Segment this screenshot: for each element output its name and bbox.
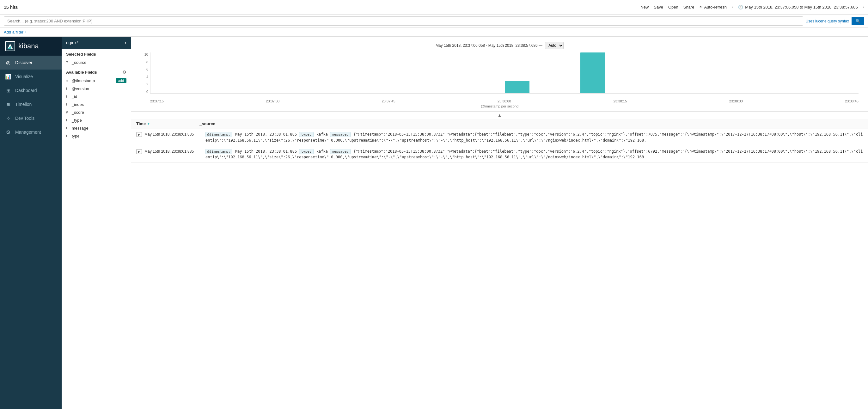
- field-name-msg: message: [72, 126, 126, 130]
- sidebar-item-label: Management: [15, 130, 41, 135]
- field-timestamp[interactable]: ○ @timestamp add: [62, 76, 131, 85]
- hits-count: 15 hits: [4, 5, 23, 10]
- sidebar-item-devtools[interactable]: ✧ Dev Tools: [0, 111, 62, 125]
- lucene-link[interactable]: Uses lucene query syntax: [806, 19, 849, 23]
- chart-x-title: @timestamp per second: [137, 104, 862, 108]
- field-panel: nginx* ‹ Selected Fields ? _source Avail…: [62, 37, 131, 409]
- timestamp-tag: @timestamp:: [206, 149, 232, 154]
- field-id[interactable]: t _id: [62, 93, 131, 100]
- field-index[interactable]: t _index: [62, 100, 131, 108]
- chart-bar: [505, 81, 529, 93]
- auto-refresh-button[interactable]: ↻ Auto-refresh: [699, 5, 727, 9]
- field-name-ver: @version: [72, 86, 126, 91]
- add-filter-button[interactable]: Add a filter +: [4, 30, 27, 34]
- field-score[interactable]: # _score: [62, 108, 131, 116]
- collapse-panel-button[interactable]: ‹: [125, 40, 126, 45]
- sidebar-item-label: Timelion: [15, 102, 32, 107]
- chart-wrapper: 10 8 6 4 2 0 23:37:15 23:37:30 23:37:45 …: [137, 53, 862, 103]
- chart-plot: [150, 53, 859, 94]
- chart-container: May 15th 2018, 23:37:06.058 - May 15th 2…: [131, 37, 868, 112]
- sidebar-item-discover[interactable]: ◎ Discover: [0, 56, 62, 69]
- timestamp-tag: @timestamp:: [206, 132, 232, 137]
- add-timestamp-button[interactable]: add: [116, 78, 126, 83]
- field-type-type: t: [66, 134, 70, 138]
- col-time-header[interactable]: Time ▼: [136, 121, 199, 126]
- sidebar-item-label: Visualize: [15, 74, 33, 79]
- result-time: May 15th 2018, 23:38:01.885: [145, 149, 203, 154]
- chart-bars: [151, 53, 859, 93]
- chart-time-range: May 15th 2018, 23:37:06.058 - May 15th 2…: [436, 43, 542, 48]
- field-name-source: _source: [72, 60, 126, 65]
- search-input[interactable]: [4, 17, 803, 26]
- filter-bar: Add a filter +: [0, 28, 868, 37]
- dashboard-icon: ⊞: [5, 87, 11, 94]
- kibana-label: kibana: [18, 42, 39, 50]
- col-source-header: _source: [199, 121, 863, 126]
- sidebar-item-label: Dev Tools: [15, 116, 34, 121]
- sidebar-item-dashboard[interactable]: ⊞ Dashboard: [0, 84, 62, 97]
- chart-collapse-button[interactable]: ▲: [131, 112, 868, 119]
- sort-icon: ▼: [147, 122, 150, 125]
- result-row-main: ▶ May 15th 2018, 23:38:01.885 @timestamp…: [131, 129, 868, 146]
- sidebar-item-timelion[interactable]: ≋ Timelion: [0, 97, 62, 111]
- field-type-msg: t: [66, 126, 70, 130]
- content-area: May 15th 2018, 23:37:06.058 - May 15th 2…: [131, 37, 868, 409]
- devtools-icon: ✧: [5, 115, 11, 121]
- result-time: May 15th 2018, 23:38:01.885: [145, 131, 203, 136]
- message-tag: message:: [330, 149, 350, 154]
- discover-icon: ◎: [5, 59, 11, 66]
- selected-fields-title: Selected Fields: [62, 49, 131, 59]
- field-version[interactable]: t @version: [62, 85, 131, 93]
- new-button[interactable]: New: [641, 5, 649, 9]
- interval-select[interactable]: Auto: [545, 42, 564, 49]
- results-area: Time ▼ _source ▶ May 15th 2018, 23:38:01…: [131, 119, 868, 409]
- gear-icon[interactable]: ⚙: [122, 69, 126, 74]
- index-header: nginx* ‹: [62, 37, 131, 49]
- field-name-ftype: _type: [72, 118, 126, 123]
- visualize-icon: 📊: [5, 73, 11, 80]
- message-tag: message:: [330, 132, 350, 137]
- table-row: ▶ May 15th 2018, 23:38:01.885 @timestamp…: [131, 146, 868, 163]
- chart-x-labels: 23:37:15 23:37:30 23:37:45 23:38:00 23:3…: [150, 99, 859, 103]
- field-name-type: type: [72, 134, 126, 138]
- search-bar: Uses lucene query syntax 🔍: [0, 14, 868, 28]
- save-button[interactable]: Save: [654, 5, 663, 9]
- management-icon: ⚙: [5, 129, 11, 135]
- kibana-icon: [5, 41, 15, 51]
- field-type-ver: t: [66, 87, 70, 90]
- available-fields-title: Available Fields: [66, 70, 97, 74]
- sidebar-item-label: Dashboard: [15, 88, 37, 93]
- results-header: Time ▼ _source: [131, 119, 868, 129]
- search-button[interactable]: 🔍: [851, 17, 864, 25]
- time-prev-button[interactable]: ‹: [732, 5, 733, 9]
- chart-y-axis: 10 8 6 4 2 0: [137, 53, 150, 94]
- field-message[interactable]: t message: [62, 124, 131, 132]
- chart-header: May 15th 2018, 23:37:06.058 - May 15th 2…: [137, 42, 862, 49]
- field-source[interactable]: ? _source: [62, 59, 131, 66]
- time-next-button[interactable]: ›: [863, 5, 864, 9]
- share-button[interactable]: Share: [683, 5, 694, 9]
- field-type-id: t: [66, 95, 70, 98]
- type-tag: type:: [299, 132, 313, 137]
- field-type-source: ?: [66, 61, 70, 64]
- field-name-id: _id: [72, 94, 126, 99]
- field-type-score: #: [66, 111, 70, 114]
- field-type-index: t: [66, 103, 70, 106]
- field-ftype[interactable]: t _type: [62, 116, 131, 124]
- available-fields-section: Available Fields ⚙: [62, 66, 131, 76]
- clock-icon: 🕐: [738, 5, 743, 9]
- result-source: @timestamp: May 15th 2018, 23:38:01.885 …: [206, 149, 863, 160]
- expand-row-button[interactable]: ▶: [136, 149, 142, 154]
- time-range-display[interactable]: 🕐 May 15th 2018, 23:37:06.058 to May 15t…: [738, 5, 858, 9]
- sidebar-item-management[interactable]: ⚙ Management: [0, 125, 62, 139]
- type-tag: type:: [299, 149, 313, 154]
- open-button[interactable]: Open: [668, 5, 678, 9]
- sidebar-item-label: Discover: [15, 60, 32, 65]
- sidebar-item-visualize[interactable]: 📊 Visualize: [0, 69, 62, 84]
- field-type-row[interactable]: t type: [62, 132, 131, 140]
- field-name-index: _index: [72, 102, 126, 107]
- main-layout: kibana ◎ Discover 📊 Visualize ⊞ Dashboar…: [0, 37, 868, 409]
- index-name: nginx*: [66, 40, 79, 45]
- field-type-ts: ○: [66, 79, 70, 83]
- expand-row-button[interactable]: ▶: [136, 132, 142, 137]
